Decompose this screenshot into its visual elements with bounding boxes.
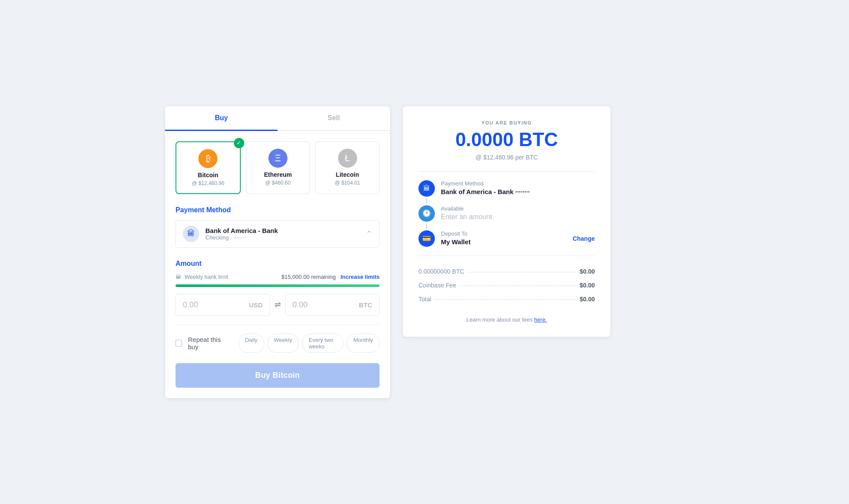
left-panel: Buy Sell ✓ ₿ Bitcoin @ $12,460.96 Ξ Ethe…	[165, 106, 390, 398]
swap-icon[interactable]: ⇌	[274, 300, 281, 309]
learn-more: Learn more about our fees here.	[418, 316, 595, 323]
right-payment-info: Payment Method Bank of America - Bank ··…	[441, 180, 595, 195]
progress-bar	[176, 284, 380, 287]
limit-remaining: $15,000.00 remaining	[281, 274, 336, 280]
amount-label: Amount	[176, 260, 380, 268]
tab-buy[interactable]: Buy	[165, 106, 278, 131]
limit-label: Weekly bank limit	[185, 274, 228, 280]
bitcoin-icon: ₿	[198, 149, 217, 168]
summary-dots-3	[435, 300, 576, 300]
crypto-cards: ✓ ₿ Bitcoin @ $12,460.96 Ξ Ethereum @ $4…	[176, 141, 380, 194]
summary-dots-1	[468, 272, 576, 272]
repeat-checkbox[interactable]	[176, 340, 182, 347]
amount-inputs: USD ⇌ BTC	[176, 294, 380, 316]
bank-info: Bank of America - Bank Checking · ······…	[205, 227, 366, 241]
payment-method-selector[interactable]: 🏛 Bank of America - Bank Checking · ····…	[176, 220, 380, 248]
litecoin-price: @ $104.01	[321, 180, 374, 186]
repeat-monthly[interactable]: Monthly	[347, 334, 380, 353]
summary-total-value: $0.00	[580, 296, 595, 303]
summary-btc-value: $0.00	[580, 268, 595, 275]
summary-total-label: Total	[418, 296, 431, 303]
change-deposit-link[interactable]: Change	[573, 235, 595, 242]
amount-section: Amount 🏛 Weekly bank limit $15,000.00 re…	[176, 260, 380, 316]
limit-right: $15,000.00 remaining · Increase limits	[281, 274, 380, 280]
detail-rows: 🏛 Payment Method Bank of America - Bank …	[418, 180, 595, 247]
right-panel: YOU ARE BUYING 0.0000 BTC @ $12,460.96 p…	[403, 106, 610, 337]
selected-check-icon: ✓	[234, 138, 244, 148]
right-payment-method-row: 🏛 Payment Method Bank of America - Bank …	[418, 180, 595, 197]
summary-btc-label: 0.00000000 BTC	[418, 268, 464, 275]
ethereum-price: @ $460.60	[252, 180, 305, 186]
bank-limit-icon: 🏛	[176, 274, 181, 280]
right-available-value: Enter an amount	[441, 213, 595, 221]
btc-amount-display: 0.0000 BTC	[418, 129, 595, 150]
crypto-card-ethereum[interactable]: Ξ Ethereum @ $460.60	[246, 141, 310, 194]
bank-sub: Checking · ········	[205, 234, 366, 241]
right-deposit-label: Deposit To	[441, 230, 567, 237]
usd-input[interactable]	[183, 300, 249, 309]
tab-sell[interactable]: Sell	[278, 106, 390, 130]
right-clock-icon: 🕐	[418, 205, 435, 222]
right-divider-2	[418, 255, 595, 256]
btc-input[interactable]	[293, 300, 359, 309]
repeat-row: Repeat this buy Daily Weekly Every two w…	[176, 334, 380, 353]
btc-input-box: BTC	[285, 294, 380, 316]
right-available-row: 🕐 Available Enter an amount	[418, 205, 595, 222]
bitcoin-name: Bitcoin	[182, 172, 235, 179]
summary-dots-2	[460, 286, 576, 286]
litecoin-name: Litecoin	[321, 171, 374, 178]
repeat-label: Repeat this buy	[188, 336, 229, 351]
usd-input-box: USD	[176, 294, 270, 316]
right-deposit-info: Deposit To My Wallet	[441, 230, 567, 246]
limit-row: 🏛 Weekly bank limit $15,000.00 remaining…	[176, 274, 380, 280]
progress-fill	[176, 284, 380, 287]
limit-left: 🏛 Weekly bank limit	[176, 274, 228, 280]
right-deposit-value: My Wallet	[441, 238, 567, 246]
repeat-weekly[interactable]: Weekly	[268, 334, 299, 353]
summary-rows: 0.00000000 BTC $0.00 Coinbase Fee $0.00 …	[418, 265, 595, 306]
crypto-card-litecoin[interactable]: Ł Litecoin @ $104.01	[315, 141, 380, 194]
right-payment-value: Bank of America - Bank ········	[441, 188, 595, 195]
payment-method-label: Payment Method	[176, 206, 380, 214]
bank-name: Bank of America - Bank	[205, 227, 366, 234]
bitcoin-price: @ $12,460.96	[182, 180, 235, 186]
right-payment-label: Payment Method	[441, 180, 595, 187]
learn-more-text: Learn more about our fees	[466, 316, 533, 323]
you-are-buying-label: YOU ARE BUYING	[418, 120, 595, 125]
buy-bitcoin-button[interactable]: Buy Bitcoin	[176, 363, 380, 388]
right-deposit-row: 💳 Deposit To My Wallet Change	[418, 230, 595, 247]
ethereum-icon: Ξ	[268, 149, 287, 168]
learn-more-link[interactable]: here.	[534, 316, 547, 323]
repeat-options: Daily Weekly Every two weeks Monthly	[239, 334, 380, 353]
right-divider-1	[418, 171, 595, 172]
right-available-info: Available Enter an amount	[441, 205, 595, 221]
right-wallet-icon: 💳	[418, 230, 435, 247]
summary-row-fee: Coinbase Fee $0.00	[418, 278, 595, 292]
chevron-icon: ⌃	[366, 229, 372, 239]
btc-rate-display: @ $12,460.96 per BTC	[418, 154, 595, 161]
tabs: Buy Sell	[165, 106, 390, 131]
litecoin-icon: Ł	[338, 149, 357, 168]
panel-content: ✓ ₿ Bitcoin @ $12,460.96 Ξ Ethereum @ $4…	[165, 131, 390, 398]
divider-1	[176, 325, 380, 325]
increase-limits-link[interactable]: Increase limits	[341, 274, 380, 280]
right-available-label: Available	[441, 205, 595, 212]
summary-fee-value: $0.00	[580, 282, 595, 289]
repeat-daily[interactable]: Daily	[239, 334, 264, 353]
bank-icon: 🏛	[183, 226, 199, 242]
repeat-every-two-weeks[interactable]: Every two weeks	[302, 334, 344, 353]
usd-currency: USD	[249, 301, 263, 309]
btc-currency: BTC	[359, 301, 372, 309]
summary-row-btc: 0.00000000 BTC $0.00	[418, 265, 595, 278]
right-bank-icon: 🏛	[418, 180, 435, 197]
main-container: Buy Sell ✓ ₿ Bitcoin @ $12,460.96 Ξ Ethe…	[165, 106, 684, 398]
summary-fee-label: Coinbase Fee	[418, 282, 456, 289]
crypto-card-bitcoin[interactable]: ✓ ₿ Bitcoin @ $12,460.96	[176, 141, 241, 194]
ethereum-name: Ethereum	[252, 171, 305, 178]
summary-row-total: Total $0.00	[418, 292, 595, 306]
